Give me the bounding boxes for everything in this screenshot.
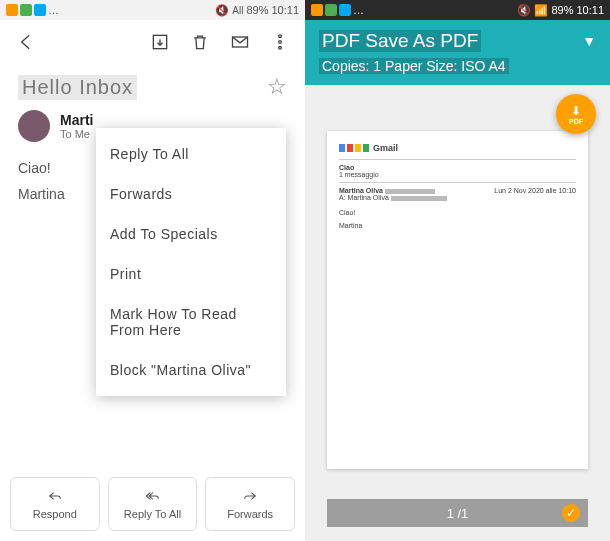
- status-icon: [20, 4, 32, 16]
- preview-from: Martina Oliva: [339, 187, 383, 194]
- status-icon: [311, 4, 323, 16]
- print-preview-screen: … 🔇 📶 89% 10:11 PDF Save As PDF ▼ Copies…: [305, 0, 610, 541]
- preview-page[interactable]: Gmail Ciao 1 messaggio Martina Oliva Lun…: [327, 131, 588, 469]
- signal-icon: 📶: [534, 4, 548, 17]
- status-icon: [325, 4, 337, 16]
- status-icon: [339, 4, 351, 16]
- signal-text: All: [232, 5, 243, 16]
- menu-print[interactable]: Print: [96, 254, 286, 294]
- preview-msg-count: 1 messaggio: [339, 171, 576, 178]
- preview-body: Ciao!: [339, 209, 576, 216]
- email-app-screen: … 🔇 All 89% 10:11 Hello Inbox ☆: [0, 0, 305, 541]
- chevron-down-icon[interactable]: ▼: [582, 33, 596, 49]
- status-icon: [34, 4, 46, 16]
- print-destination: PDF Save As PDF: [319, 30, 481, 52]
- forward-icon: [242, 488, 258, 504]
- time-text: 10:11: [271, 4, 299, 16]
- reply-all-label: Reply To All: [124, 508, 181, 520]
- status-bar: … 🔇 All 89% 10:11: [0, 0, 305, 20]
- status-more: …: [48, 4, 59, 16]
- respond-button[interactable]: Respond: [10, 477, 100, 531]
- menu-forwards[interactable]: Forwards: [96, 174, 286, 214]
- back-icon[interactable]: [14, 31, 36, 53]
- redacted: [391, 196, 447, 201]
- sender-to: To Me: [60, 128, 93, 140]
- reply-all-button[interactable]: Reply To All: [108, 477, 198, 531]
- mute-icon: 🔇: [517, 4, 531, 17]
- save-pdf-button[interactable]: ⬇ PDF: [556, 94, 596, 134]
- pdf-fab-label: PDF: [569, 118, 583, 125]
- print-header[interactable]: PDF Save As PDF ▼ Copies: 1 Paper Size: …: [305, 20, 610, 85]
- print-settings-summary: Copies: 1 Paper Size: ISO A4: [319, 58, 509, 74]
- email-toolbar: [0, 20, 305, 64]
- gmail-logo: Gmail: [339, 143, 576, 153]
- svg-point-2: [279, 35, 282, 38]
- print-preview-area: Gmail Ciao 1 messaggio Martina Oliva Lun…: [305, 85, 610, 479]
- menu-mark-read[interactable]: Mark How To Read From Here: [96, 294, 286, 350]
- forward-label: Forwards: [227, 508, 273, 520]
- status-more: …: [353, 4, 364, 16]
- status-bar: … 🔇 📶 89% 10:11: [305, 0, 610, 20]
- reply-all-icon: [145, 488, 161, 504]
- battery-text: 89%: [246, 4, 268, 16]
- page-selected-icon[interactable]: ✓: [562, 504, 580, 522]
- page-count: 1 /1: [447, 506, 469, 521]
- preview-subject: Ciao: [339, 164, 354, 171]
- svg-point-3: [279, 41, 282, 44]
- preview-to: A: Martina Oliva: [339, 194, 389, 201]
- preview-body: Martina: [339, 222, 576, 229]
- download-icon: ⬇: [571, 104, 581, 118]
- bottom-action-bar: Respond Reply To All Forwards: [10, 477, 295, 531]
- forward-button[interactable]: Forwards: [205, 477, 295, 531]
- svg-point-4: [279, 47, 282, 50]
- trash-icon[interactable]: [189, 31, 211, 53]
- avatar: [18, 110, 50, 142]
- mute-icon: 🔇: [215, 4, 229, 17]
- overflow-icon[interactable]: [269, 31, 291, 53]
- sender-name: Marti: [60, 112, 93, 128]
- battery-text: 89%: [551, 4, 573, 16]
- overflow-menu: Reply To All Forwards Add To Specials Pr…: [96, 128, 286, 396]
- respond-label: Respond: [33, 508, 77, 520]
- menu-add-specials[interactable]: Add To Specials: [96, 214, 286, 254]
- menu-block[interactable]: Block "Martina Oliva": [96, 350, 286, 390]
- redacted: [385, 189, 435, 194]
- status-icon: [6, 4, 18, 16]
- email-subject: Hello Inbox: [18, 75, 137, 100]
- time-text: 10:11: [576, 4, 604, 16]
- preview-date: Lun 2 Nov 2020 alle 10:10: [494, 187, 576, 194]
- star-icon[interactable]: ☆: [267, 74, 287, 100]
- archive-icon[interactable]: [149, 31, 171, 53]
- reply-icon: [47, 488, 63, 504]
- menu-reply-all[interactable]: Reply To All: [96, 134, 286, 174]
- subject-row: Hello Inbox ☆: [0, 64, 305, 106]
- page-indicator: 1 /1 ✓: [327, 499, 588, 527]
- mail-icon[interactable]: [229, 31, 251, 53]
